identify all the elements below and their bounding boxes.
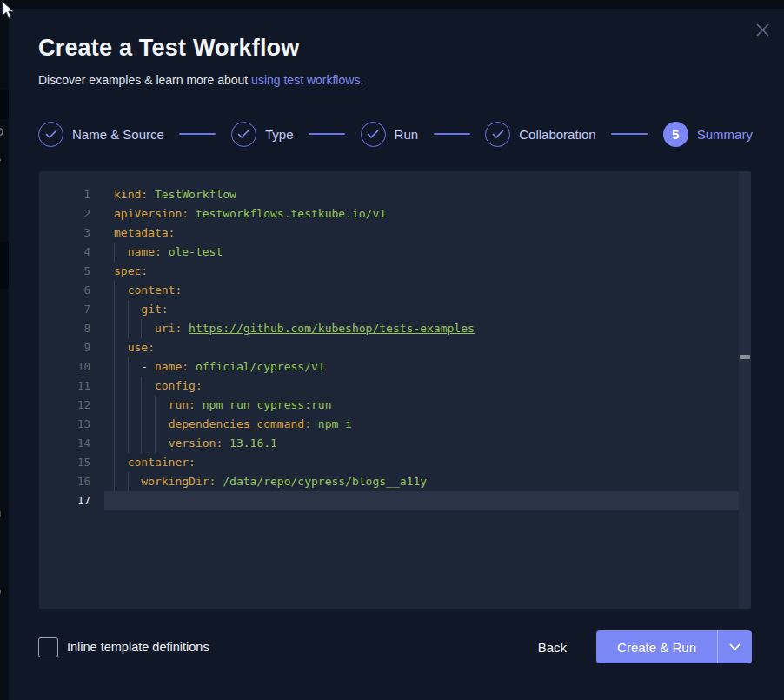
step-summary[interactable]: 5Summary xyxy=(663,122,753,147)
code-line-content[interactable]: kind: TestWorkflow xyxy=(104,185,739,204)
close-icon[interactable] xyxy=(751,18,774,41)
code-line: 7 git: xyxy=(39,300,739,319)
yaml-url-link[interactable]: https://github.com/kubeshop/tests-exampl… xyxy=(189,322,475,335)
yaml-token: official/cypress/v1 xyxy=(196,360,325,373)
modal-subtitle: Discover examples & learn more about usi… xyxy=(38,73,363,87)
step-check-icon xyxy=(361,122,386,147)
step-connector xyxy=(434,133,470,135)
yaml-editor[interactable]: 1kind: TestWorkflow2apiVersion: testwork… xyxy=(39,171,751,609)
step-number: 5 xyxy=(663,122,688,147)
step-connector xyxy=(611,133,648,135)
code-line-content[interactable]: version: 13.16.1 xyxy=(104,434,739,453)
code-line: 12 run: npm run cypress:run xyxy=(39,396,739,415)
code-line-content[interactable]: use: xyxy=(104,338,739,357)
line-number: 1 xyxy=(39,185,104,204)
code-line-content[interactable]: config: xyxy=(104,377,739,396)
code-line: 10 - name: official/cypress/v1 xyxy=(39,357,739,377)
step-label: Name & Source xyxy=(72,127,164,142)
indent-guide xyxy=(114,453,115,472)
yaml-token xyxy=(114,341,128,354)
indent-guide xyxy=(128,472,129,491)
line-number: 10 xyxy=(39,357,104,377)
line-number: 2 xyxy=(39,204,104,223)
line-number: 6 xyxy=(39,281,104,300)
indent-guide xyxy=(141,396,142,415)
step-type[interactable]: Type xyxy=(231,122,294,147)
code-line-content[interactable]: run: npm run cypress:run xyxy=(104,396,739,415)
yaml-token: ole-test xyxy=(169,245,223,258)
code-line: 4 name: ole-test xyxy=(39,243,739,262)
yaml-token xyxy=(182,322,189,335)
indent-guide xyxy=(114,396,115,415)
code-line: 2apiVersion: testworkflows.testkube.io/v… xyxy=(39,204,739,223)
line-number: 7 xyxy=(39,300,104,319)
yaml-token: spec: xyxy=(114,264,148,277)
step-check-icon xyxy=(38,122,63,147)
code-line-content[interactable]: - name: official/cypress/v1 xyxy=(104,357,739,377)
indent-guide xyxy=(114,243,115,262)
line-number: 9 xyxy=(39,338,104,357)
code-line: 5spec: xyxy=(39,262,739,281)
indent-guide xyxy=(128,415,129,434)
background-block xyxy=(0,242,9,289)
line-number: 3 xyxy=(39,223,104,243)
step-collaboration[interactable]: Collaboration xyxy=(485,122,595,147)
create-run-button[interactable]: Create & Run xyxy=(596,630,717,663)
yaml-token: use: xyxy=(128,341,155,354)
code-line-content[interactable]: dependencies_command: npm i xyxy=(104,415,739,434)
inline-template-checkbox[interactable] xyxy=(38,637,58,657)
code-line-content[interactable]: content: xyxy=(104,281,739,300)
editor-scrollbar-track xyxy=(739,171,751,609)
code-line: 6 content: xyxy=(39,281,739,300)
using-test-workflows-link[interactable]: using test workflows. xyxy=(251,73,363,87)
code-line-content[interactable]: metadata: xyxy=(104,223,739,243)
yaml-token: name: xyxy=(155,360,189,373)
background-text-fragment: n xyxy=(0,506,1,519)
yaml-token: kind: xyxy=(114,188,148,201)
code-line-content[interactable]: workingDir: /data/repo/cypress/blogs__a1… xyxy=(104,472,739,491)
background-text-fragment: O xyxy=(0,125,3,138)
inline-template-row[interactable]: Inline template definitions xyxy=(38,637,209,657)
back-button[interactable]: Back xyxy=(538,640,567,655)
indent-guide xyxy=(141,377,142,396)
indent-guide xyxy=(128,319,129,338)
indent-guide xyxy=(114,357,115,377)
step-run[interactable]: Run xyxy=(361,122,419,147)
step-label: Type xyxy=(265,127,294,142)
yaml-token: run: xyxy=(169,398,196,411)
code-line-content[interactable]: name: ole-test xyxy=(104,243,739,262)
step-name-source[interactable]: Name & Source xyxy=(38,122,164,147)
yaml-token xyxy=(162,245,169,258)
code-line-content[interactable] xyxy=(104,491,739,510)
background-page-sliver: Oe-lilno- xyxy=(0,0,9,700)
indent-guide xyxy=(114,472,115,491)
create-run-dropdown-button[interactable] xyxy=(717,630,752,663)
chevron-down-icon xyxy=(729,643,741,651)
code-line-content[interactable]: git: xyxy=(104,300,739,319)
code-line-content[interactable]: spec: xyxy=(104,262,739,281)
editor-scrollbar-thumb[interactable] xyxy=(740,355,750,359)
indent-guide xyxy=(155,434,156,453)
code-line-content[interactable]: container: xyxy=(104,453,739,472)
wizard-stepper: Name & SourceTypeRunCollaboration5Summar… xyxy=(38,121,753,147)
indent-guide xyxy=(114,415,115,434)
modal-footer: Inline template definitions Back Create … xyxy=(38,630,752,663)
step-connector xyxy=(179,133,216,135)
yaml-token xyxy=(223,437,229,450)
background-block xyxy=(0,90,9,119)
yaml-token: container: xyxy=(128,456,196,469)
line-number: 13 xyxy=(39,415,104,434)
line-number: 11 xyxy=(39,377,104,396)
code-line-content[interactable]: uri: https://github.com/kubeshop/tests-e… xyxy=(104,319,739,338)
indent-guide xyxy=(114,434,115,453)
yaml-token: uri: xyxy=(155,322,182,335)
code-line: 16 workingDir: /data/repo/cypress/blogs_… xyxy=(39,472,739,491)
code-line-content[interactable]: apiVersion: testworkflows.testkube.io/v1 xyxy=(104,204,739,223)
page-title: Create a Test Workflow xyxy=(38,35,299,62)
background-text-fragment: e xyxy=(0,153,1,166)
yaml-token xyxy=(189,207,196,220)
yaml-token xyxy=(196,398,203,411)
yaml-token: git: xyxy=(141,303,168,316)
indent-guide xyxy=(141,319,142,338)
code-line: 15 container: xyxy=(39,453,739,472)
